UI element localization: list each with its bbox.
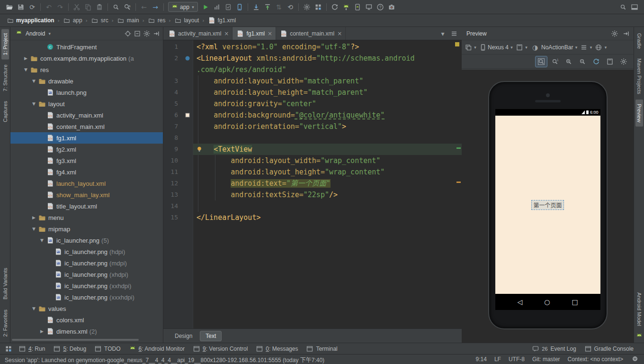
tree-item-res[interactable]: ▼res (10, 64, 163, 75)
back-icon[interactable]: ← (138, 2, 150, 12)
tree-item-drawable[interactable]: ▼drawable (10, 75, 163, 87)
horizontal-scrollbar[interactable] (12, 339, 139, 341)
vcs-update-icon[interactable] (250, 2, 262, 12)
search-everywhere-icon[interactable] (617, 2, 629, 12)
code-line[interactable]: 5 android:gravity="center" (163, 98, 462, 109)
settings-icon[interactable] (609, 28, 620, 39)
attach-device-icon[interactable] (234, 2, 245, 12)
tool-window-button-event-log[interactable]: 26Event Log (531, 345, 576, 353)
breadcrumb-fg1-xml[interactable]: </>fg1.xml (206, 17, 237, 24)
preview-globe-selector[interactable]: ▾ (594, 42, 608, 53)
tool-button-preview[interactable]: Preview (635, 100, 643, 127)
switcher-icon[interactable] (3, 344, 14, 354)
code-line[interactable]: 6 android:background="@color/antiquewhit… (163, 109, 462, 121)
down-arrow-icon[interactable]: ▼ (30, 306, 37, 311)
replace-icon[interactable]: a (122, 2, 133, 12)
tree-item-content-main-xml[interactable]: </>content_main.xml (10, 121, 163, 132)
tool-window-button-6-android-monitor[interactable]: 6: Android Monitor (128, 345, 185, 353)
preview-mag-minus-button[interactable] (576, 56, 589, 67)
chevron-down-icon[interactable]: ▾ (437, 28, 448, 39)
tree-item-ic-launcher-png-mdpi[interactable]: ic_launcher.png(mdpi) (10, 257, 163, 269)
code-line[interactable]: 3 android:layout_width="match_parent" (163, 75, 462, 87)
tool-button-gradle[interactable]: Gradle (635, 29, 643, 53)
android-head-icon[interactable] (635, 331, 644, 341)
preview-noactionbar-selector[interactable]: ◑NoActionBar▾ (529, 42, 579, 53)
tree-item-ic-launcher-png-5[interactable]: ▼ic_launcher.png(5) (10, 235, 163, 246)
recents-nav-icon[interactable]: □ (572, 298, 578, 306)
breadcrumb-myapplication[interactable]: myapplication (5, 17, 56, 24)
profile-icon[interactable] (211, 2, 223, 12)
preview-layers-selector[interactable]: ▾ (464, 42, 478, 53)
gradle-sync-icon[interactable] (329, 2, 340, 12)
code-line[interactable]: 4 android:layout_height="match_parent" (163, 87, 462, 98)
redo-icon[interactable]: ↷ (54, 2, 66, 12)
code-line[interactable]: 14 (163, 200, 462, 212)
right-arrow-icon[interactable]: ▶ (22, 56, 29, 61)
editor-tab-content-main-xml[interactable]: </>content_main.xml× (276, 27, 346, 40)
breadcrumb-res[interactable]: res (146, 17, 167, 24)
tree-item-dimens-xml-2[interactable]: ▶</>dimens.xml(2) (10, 326, 163, 337)
tool-window-button-todo[interactable]: TODO (94, 345, 120, 353)
line-ending-indicator[interactable]: LF (494, 356, 501, 363)
color-swatch-icon[interactable] (184, 111, 191, 119)
project-view-selector[interactable]: Android (26, 30, 45, 37)
back-nav-icon[interactable]: ◁ (517, 298, 522, 306)
preview-settings-button[interactable] (617, 56, 630, 67)
tool-button-1-project[interactable]: 1: Project (1, 29, 9, 59)
close-icon[interactable]: × (224, 30, 229, 37)
history-icon[interactable]: ⟲ (285, 2, 296, 12)
code-editor[interactable]: 1<?xml version="1.0" encoding="utf-8"?>2… (163, 40, 462, 328)
tree-item-show-main-lay-xml[interactable]: </>show_main_lay.xml (10, 189, 163, 200)
tree-item-title-layout-xml[interactable]: </>title_layout.xml (10, 200, 163, 212)
hide-panel-icon[interactable] (620, 28, 632, 39)
tool-button-build-variants[interactable]: Build Variants (1, 264, 9, 304)
code-line[interactable]: 10 android:layout_width="wrap_content" (163, 155, 462, 166)
tool-button-2-favorites[interactable]: 2: Favorites (1, 305, 9, 341)
preview-mag-fit-button[interactable] (535, 56, 547, 67)
tool-button-7-structure[interactable]: 7: Structure (1, 60, 9, 96)
encoding-indicator[interactable]: UTF-8 (509, 356, 525, 363)
preview-list-menu-selector[interactable]: ▾ (579, 42, 593, 53)
tool-button-captures[interactable]: Captures (1, 97, 9, 127)
editor-mode-tab-design[interactable]: Design (169, 331, 198, 341)
help-icon[interactable]: ? (375, 2, 386, 12)
bulb-icon[interactable] (196, 146, 203, 153)
preview-frame-screen-button[interactable] (604, 56, 616, 67)
tree-item-layout[interactable]: ▼layout (10, 98, 163, 109)
breadcrumb-app[interactable]: app (62, 17, 84, 24)
preview-refresh-preview-button[interactable] (590, 56, 602, 67)
textview-preview[interactable]: 第一个页面 (531, 200, 564, 210)
tree-item-values[interactable]: ▼values (10, 303, 163, 314)
tree-item-colors-xml[interactable]: </>colors.xml (10, 314, 163, 326)
tool-window-button-4-run[interactable]: 4: Run (18, 345, 45, 353)
preview-mag-plus-button[interactable] (563, 56, 575, 67)
breadcrumb-main[interactable]: main (116, 17, 141, 24)
list-menu-icon[interactable] (448, 28, 460, 39)
stripe-mark-green[interactable] (456, 147, 461, 149)
tree-item-ic-launcher-png-hdpi[interactable]: ic_launcher.png(hdpi) (10, 246, 163, 257)
save-all-icon[interactable] (15, 2, 27, 12)
tree-item-ic-launcher-png-xxhdpi[interactable]: ic_launcher.png(xxhdpi) (10, 280, 163, 291)
copy-icon[interactable] (82, 2, 94, 12)
hide-panel-icon[interactable] (152, 29, 161, 38)
tree-item-ic-launcher-png-xhdpi[interactable]: ic_launcher.png(xhdpi) (10, 269, 163, 280)
down-arrow-icon[interactable]: ▼ (30, 101, 37, 106)
tool-window-button-5-debug[interactable]: 5: Debug (53, 345, 86, 353)
vcs-commit-icon[interactable] (262, 2, 273, 12)
settings-icon[interactable] (301, 2, 313, 12)
run-icon[interactable] (200, 2, 211, 12)
tool-button-maven-projects[interactable]: Maven Projects (635, 54, 643, 99)
tree-item-mipmap[interactable]: ▼mipmap (10, 223, 163, 235)
home-nav-icon[interactable]: ○ (544, 298, 550, 306)
code-line[interactable]: 11 android:layout_height="wrap_content" (163, 166, 462, 178)
caret-position[interactable]: 9:14 (476, 356, 487, 363)
code-line[interactable]: .com/apk/res/android" (163, 64, 462, 75)
preview-frame-screen-selector[interactable]: ▾ (515, 42, 529, 53)
tree-item-fg4-xml[interactable]: </>fg4.xml (10, 166, 163, 178)
capture-icon[interactable] (386, 2, 397, 12)
target-icon[interactable] (123, 29, 133, 38)
stripe-mark-orange[interactable] (456, 182, 461, 183)
editor-tab-activity-main-xml[interactable]: </>activity_main.xml× (164, 27, 233, 40)
hector-icon[interactable] (631, 355, 639, 363)
tree-item-launch-layout-xml[interactable]: </>launch_layout.xml (10, 178, 163, 189)
